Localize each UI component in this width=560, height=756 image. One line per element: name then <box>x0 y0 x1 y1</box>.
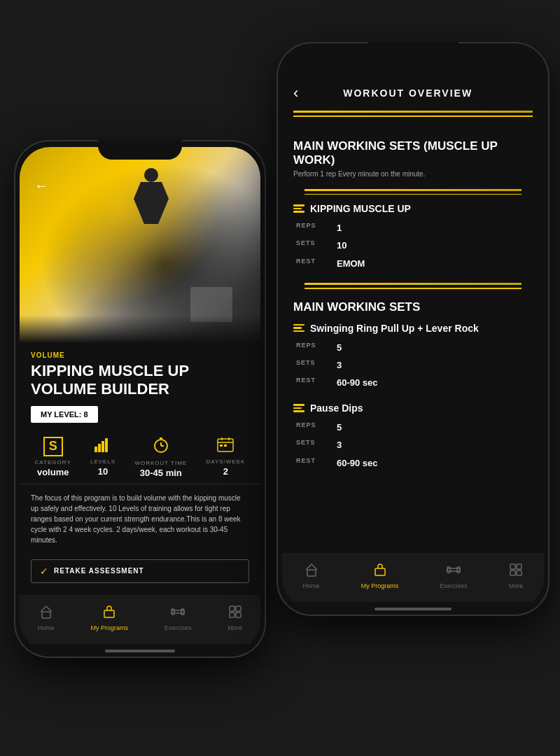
nav-more-label-right: More <box>509 582 524 589</box>
workout-title: Kipping Muscle Up Volume Builder <box>20 362 260 406</box>
svg-rect-21 <box>230 612 234 617</box>
back-button-right[interactable]: ‹ <box>293 84 298 102</box>
svg-rect-31 <box>517 570 522 575</box>
svg-rect-17 <box>172 609 174 615</box>
svg-rect-24 <box>375 568 385 575</box>
back-button-left[interactable]: ← <box>31 175 52 196</box>
exercise2-bar-icon <box>293 324 304 332</box>
level-badge: MY LEVEL: 8 <box>31 406 98 423</box>
sets-value-3: 3 <box>337 437 533 453</box>
section1-subtitle: Perform 1 rep Every minute on the minute… <box>293 170 533 178</box>
nav-more-left[interactable]: More <box>228 605 243 631</box>
home-icon-left <box>39 605 53 622</box>
svg-rect-19 <box>230 606 234 611</box>
rest-label-3: REST <box>296 455 331 471</box>
section2-title: MAIN WORKING SETS <box>293 300 533 314</box>
left-screen: ← VOLUME Kipping Muscle Up Volume Builde… <box>20 147 260 651</box>
svg-rect-20 <box>236 606 241 611</box>
right-notch <box>368 42 458 63</box>
right-header-title: WORKOUT OVERVIEW <box>304 88 512 99</box>
sets-label-3: SETS <box>296 437 331 453</box>
stat-category: S CATEGORY volume <box>35 437 71 478</box>
sets-label-1: SETS <box>296 237 331 253</box>
nav-exercises-label-right: Exercises <box>440 582 468 589</box>
svg-rect-25 <box>447 568 460 571</box>
nav-home-left[interactable]: Home <box>38 605 55 631</box>
nav-myprograms-left[interactable]: My Programs <box>91 605 129 631</box>
svg-rect-23 <box>307 570 316 576</box>
nav-exercises-left[interactable]: Exercises <box>164 605 192 631</box>
stat-time: WORKOUT TIME 30-45 min <box>134 437 187 478</box>
right-content: MAIN WORKING SETS (MUSCLE UP WORK) Perfo… <box>282 128 544 590</box>
nav-myprograms-right[interactable]: My Programs <box>361 563 399 589</box>
section2-divider <box>304 283 522 285</box>
exercises-icon-left <box>171 605 185 622</box>
section1-divider <box>304 189 522 191</box>
sets-value-1: 10 <box>337 237 533 253</box>
nav-exercises-right[interactable]: Exercises <box>440 563 468 589</box>
reps-label-2: REPS <box>296 340 331 356</box>
rest-label-1: REST <box>296 255 331 272</box>
volume-label: VOLUME <box>20 343 260 362</box>
days-value: 2 <box>223 466 228 477</box>
rest-label-2: REST <box>296 374 331 391</box>
myprograms-icon-right <box>373 563 387 580</box>
right-home-indicator <box>374 608 451 610</box>
exercise3-name: Pause Dips <box>310 402 363 414</box>
exercise1-stats: REPS 1 SETS 10 REST EMOM <box>293 220 533 272</box>
hero-image: ← <box>20 147 260 343</box>
time-value: 30-45 min <box>140 468 182 478</box>
svg-rect-16 <box>172 610 184 613</box>
retake-btn-label: RETAKE ASSESSMENT <box>54 567 144 575</box>
nav-home-right[interactable]: Home <box>303 563 320 589</box>
section1-divider-thin <box>304 194 522 195</box>
category-icon: S <box>43 437 63 456</box>
nav-home-label-right: Home <box>303 582 320 589</box>
svg-rect-13 <box>224 444 227 447</box>
category-value: volume <box>37 467 69 477</box>
right-phone: ‹ WORKOUT OVERVIEW MAIN WORKING SETS (MU… <box>276 42 550 616</box>
exercise1-bar-icon <box>293 204 304 213</box>
levels-value: 10 <box>98 466 108 477</box>
exercise2-name-row: Swinging Ring Pull Up + Lever Rock <box>293 323 533 334</box>
gold-divider-top <box>293 111 533 113</box>
right-bottom-nav: Home My Programs Exercises More <box>282 553 544 602</box>
svg-rect-30 <box>510 570 515 575</box>
rest-value-2: 60-90 sec <box>337 374 533 391</box>
svg-rect-29 <box>517 564 522 569</box>
levels-icon <box>94 437 111 456</box>
sets-label-2: SETS <box>296 357 331 373</box>
home-icon-right <box>304 563 318 580</box>
myprograms-icon-left <box>102 605 116 622</box>
right-screen: ‹ WORKOUT OVERVIEW MAIN WORKING SETS (MU… <box>282 49 544 609</box>
svg-rect-14 <box>42 612 50 618</box>
exercise2-stats: REPS 5 SETS 3 REST 60-90 sec <box>293 340 533 391</box>
left-phone: ← VOLUME Kipping Muscle Up Volume Builde… <box>14 140 266 658</box>
exercise2-name: Swinging Ring Pull Up + Lever Rock <box>310 323 479 334</box>
exercise1-name: KIPPING MUSCLE UP <box>310 203 411 214</box>
more-icon-left <box>228 605 242 622</box>
exercises-icon-right <box>447 563 461 580</box>
svg-rect-18 <box>181 609 184 615</box>
hero-figure <box>123 168 179 266</box>
stat-levels: LEVELS 10 <box>90 437 115 478</box>
nav-more-right[interactable]: More <box>509 563 524 589</box>
left-home-indicator <box>105 650 175 652</box>
exercise3-name-row: Pause Dips <box>293 402 533 414</box>
left-notch <box>98 140 182 160</box>
rest-value-3: 60-90 sec <box>337 455 533 471</box>
sets-value-2: 3 <box>337 357 533 373</box>
reps-value-3: 5 <box>337 419 533 435</box>
svg-rect-15 <box>104 610 114 617</box>
svg-rect-3 <box>105 438 108 452</box>
reps-value-2: 5 <box>337 340 533 356</box>
reps-label-1: REPS <box>296 220 331 236</box>
svg-rect-2 <box>102 441 104 452</box>
section1-title: MAIN WORKING SETS (MUSCLE UP WORK) <box>293 139 533 167</box>
exercise3-bar-icon <box>293 404 304 412</box>
left-bottom-nav: Home My Programs Exercises More <box>20 595 260 644</box>
exercise1-name-row: KIPPING MUSCLE UP <box>293 203 533 214</box>
more-icon-right <box>509 563 523 580</box>
retake-assessment-button[interactable]: ✓ RETAKE ASSESSMENT <box>31 559 249 583</box>
levels-label: LEVELS <box>90 458 115 465</box>
